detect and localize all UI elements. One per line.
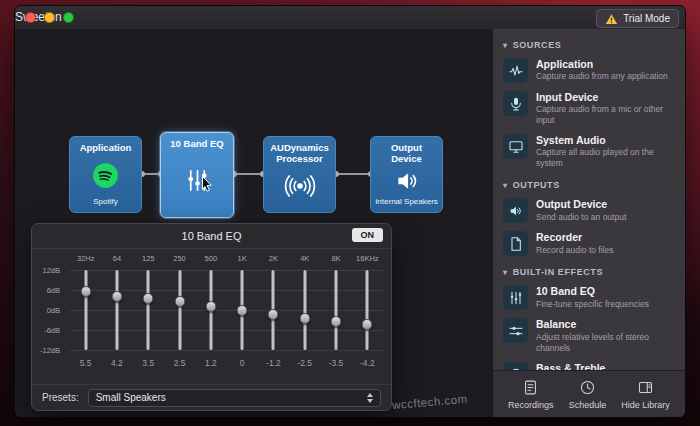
library-item-output-device[interactable]: Output DeviceSend audio to an output [493, 194, 685, 227]
trial-mode-badge[interactable]: Trial Mode [596, 9, 679, 28]
eq-band-value: 5.5 [70, 358, 101, 369]
section-title: BUILT-IN EFFECTS [513, 267, 603, 277]
eq-panel-title: 10 Band EQ [32, 224, 391, 248]
connection-wire [234, 173, 263, 175]
eq-band-slider[interactable] [320, 270, 351, 350]
eq-band-slider[interactable] [289, 270, 320, 350]
library-item-application[interactable]: ApplicationCapture audio from any applic… [493, 54, 685, 87]
eq-freq-label: 4K [289, 254, 320, 264]
library-item-balance[interactable]: BalanceAdjust relative levels of stereo … [493, 314, 685, 357]
toolbar-button-label: Recordings [508, 400, 554, 410]
eq-sliders-icon [503, 285, 528, 310]
eq-slider-zone [70, 270, 383, 350]
library-item-text: BalanceAdjust relative levels of stereo … [536, 318, 675, 353]
eq-band-slider[interactable] [164, 270, 195, 350]
pipeline-node-audynamics-processor[interactable]: AUDynamics Processor [263, 136, 336, 213]
popup-chevrons-icon [367, 393, 373, 403]
presets-dropdown[interactable]: Small Speakers [88, 389, 381, 407]
hide-library-button[interactable]: Hide Library [621, 379, 670, 410]
section-title: OUTPUTS [513, 180, 560, 190]
library-item-bass-treble[interactable]: Bass & Treble [493, 358, 685, 370]
library-item-text: Input DeviceCapture audio from a mic or … [536, 91, 675, 126]
desktop: Sweeten Trial Mode Application Spotify [0, 0, 700, 426]
eq-freq-label: 1K [226, 254, 257, 264]
minimize-button[interactable] [44, 12, 55, 23]
eq-freq-label: 32Hz [70, 254, 101, 264]
eq-band-slider[interactable] [70, 270, 101, 350]
eq-slider-thumb[interactable] [174, 296, 185, 307]
presets-label: Presets: [42, 392, 79, 403]
library-item-recorder[interactable]: RecorderRecord audio to files [493, 227, 685, 260]
library-item-text: ApplicationCapture audio from any applic… [536, 58, 668, 82]
library-item-description: Capture audio from any application [536, 71, 668, 82]
eq-slider-thumb[interactable] [205, 301, 216, 312]
eq-band-slider[interactable] [133, 270, 164, 350]
eq-power-button[interactable]: ON [352, 228, 384, 242]
recordings-button[interactable]: Recordings [508, 379, 554, 410]
eq-freq-label: 64 [101, 254, 132, 264]
eq-band-slider[interactable] [195, 270, 226, 350]
eq-slider-thumb[interactable] [299, 313, 310, 324]
library-section-sources[interactable]: ▾SOURCES [493, 33, 685, 54]
dynamics-waves-icon [281, 165, 319, 207]
library-item-description: Capture all audio played on the system [536, 147, 675, 169]
library-item-text: System AudioCapture all audio played on … [536, 134, 675, 169]
library-item-title: Bass & Treble [536, 362, 605, 370]
zoom-button[interactable] [63, 12, 74, 23]
eq-band-slider[interactable] [226, 270, 257, 350]
connection-wire [336, 173, 371, 175]
node-subtitle: Internal Speakers [375, 198, 438, 207]
eq-band-slider[interactable] [101, 270, 132, 350]
pipeline-node-10-band-eq[interactable]: 10 Band EQ [160, 132, 234, 218]
eq-band-value: -3.5 [320, 358, 351, 369]
disclosure-triangle-icon: ▾ [503, 268, 508, 277]
pipeline-node-application[interactable]: Application Spotify [69, 136, 142, 213]
balance-icon [503, 318, 528, 343]
eq-slider-track [178, 270, 181, 350]
eq-db-label: -12dB [28, 346, 62, 355]
eq-slider-thumb[interactable] [268, 309, 279, 320]
eq-freq-label: 250 [164, 254, 195, 264]
schedule-button[interactable]: Schedule [569, 379, 607, 410]
library-item-input-device[interactable]: Input DeviceCapture audio from a mic or … [493, 87, 685, 130]
spotify-icon [92, 153, 119, 198]
eq-slider-thumb[interactable] [331, 316, 342, 327]
eq-freq-label: 16KHz [352, 254, 383, 264]
eq-slider-thumb[interactable] [237, 305, 248, 316]
eq-presets-row: Presets: Small Speakers [32, 384, 391, 410]
close-button[interactable] [25, 12, 36, 23]
library-item-text: 10 Band EQFine-tune specific frequencies [536, 285, 649, 309]
eq-slider-thumb[interactable] [111, 291, 122, 302]
library-section-built-in-effects[interactable]: ▾BUILT-IN EFFECTS [493, 260, 685, 281]
toolbar-button-label: Schedule [569, 400, 607, 410]
speaker-icon [394, 165, 420, 198]
eq-slider-thumb[interactable] [80, 286, 91, 297]
eq-frequency-labels: 32Hz641252505001K2K4K8K16KHz [70, 254, 383, 264]
eq-slider-thumb[interactable] [143, 293, 154, 304]
eq-db-label: -6dB [28, 326, 62, 335]
library-section-outputs[interactable]: ▾OUTPUTS [493, 173, 685, 194]
pipeline-node-output-device[interactable]: Output Device Internal Speakers [370, 136, 443, 213]
library-item-description: Capture audio from a mic or other input [536, 104, 675, 126]
library-item-title: Output Device [536, 198, 626, 211]
eq-slider-track [366, 270, 369, 350]
node-title: Application [80, 142, 132, 153]
library-item-title: Application [536, 58, 668, 71]
file-icon [503, 231, 528, 256]
disclosure-triangle-icon: ▾ [503, 41, 508, 50]
library-item-system-audio[interactable]: System AudioCapture all audio played on … [493, 130, 685, 173]
pipeline-canvas[interactable]: Application Spotify 10 Band EQ AUDynamic… [15, 29, 492, 417]
section-title: SOURCES [513, 40, 562, 50]
eq-band-value: -2.5 [289, 358, 320, 369]
eq-band-slider[interactable] [258, 270, 289, 350]
eq-slider-thumb[interactable] [362, 319, 373, 330]
library-item-10-band-eq[interactable]: 10 Band EQFine-tune specific frequencies [493, 281, 685, 314]
eq-band-value: 0 [226, 358, 257, 369]
traffic-lights [25, 12, 74, 23]
library-item-description: Adjust relative levels of stereo channel… [536, 332, 675, 354]
titlebar[interactable]: Sweeten Trial Mode [15, 6, 685, 30]
library-item-title: Recorder [536, 231, 614, 244]
library-item-description: Send audio to an output [536, 212, 626, 223]
eq-band-slider[interactable] [352, 270, 383, 350]
eq-slider-track [115, 270, 118, 350]
